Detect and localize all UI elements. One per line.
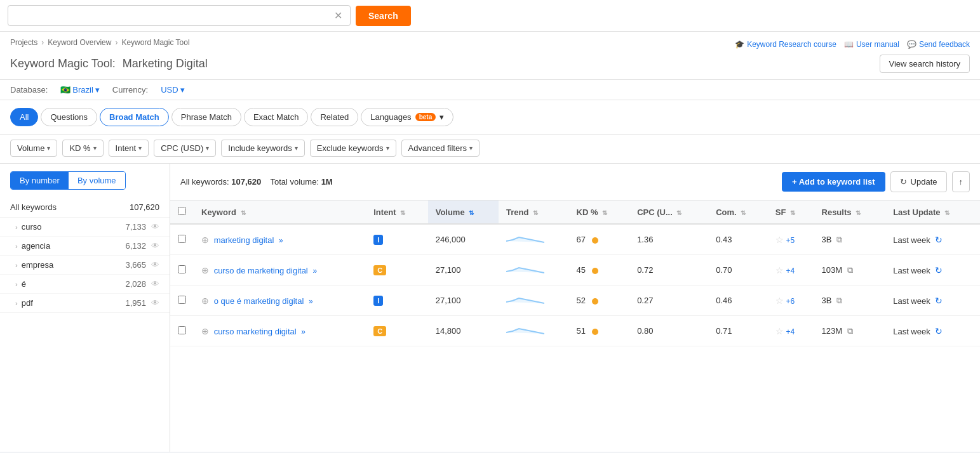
expand-icon: › [15,299,18,307]
tab-broad-match[interactable]: Broad Match [100,108,169,126]
eye-icon[interactable]: 👁 [151,241,159,251]
snippet-icon[interactable]: ⧉ [836,235,842,244]
update-button[interactable]: ↻ Update [890,171,947,192]
row-checkbox-cell [170,316,194,346]
star-icon[interactable]: ☆ [775,265,784,275]
th-last-update[interactable]: Last Update ⇅ [885,200,980,224]
refresh-icon[interactable]: ↻ [935,265,943,275]
include-keywords-filter[interactable]: Include keywords ▾ [221,140,304,157]
cpc-filter[interactable]: CPC (USD) ▾ [154,140,216,157]
breadcrumb-keyword-overview[interactable]: Keyword Overview [48,38,111,47]
advanced-filters[interactable]: Advanced filters ▾ [401,140,480,157]
star-icon[interactable]: ☆ [775,326,784,336]
refresh-icon[interactable]: ↻ [935,235,943,245]
sidebar-all-keywords-row: All keywords 107,620 [0,197,170,218]
tab-languages[interactable]: Languages beta ▾ [361,108,453,126]
keyword-link[interactable]: marketing digital [214,235,274,245]
keyword-research-course-link[interactable]: 🎓 Keyword Research course [735,40,836,49]
th-kd[interactable]: KD % ⇅ [569,200,630,224]
tab-all[interactable]: All [10,108,38,126]
clear-icon[interactable]: ✕ [334,10,342,22]
tab-exact-match[interactable]: Exact Match [244,108,309,126]
sidebar-all-keywords-label: All keywords [10,202,57,212]
export-button[interactable]: ↑ [952,171,970,192]
row-checkbox[interactable] [178,265,186,273]
row-checkbox[interactable] [178,235,186,243]
keyword-link[interactable]: curso marketing digital [214,327,297,336]
database-dropdown[interactable]: 🇧🇷 Brazil ▾ [60,85,100,95]
exclude-keywords-filter[interactable]: Exclude keywords ▾ [310,140,396,157]
arrow-icon[interactable]: » [312,266,317,275]
trend-sparkline [506,322,544,338]
th-cpc[interactable]: CPC (U... ⇅ [629,200,708,224]
sidebar-item-agencia[interactable]: › agencia 6,132 👁 [0,237,170,256]
snippet-icon[interactable]: ⧉ [847,265,853,275]
th-trend[interactable]: Trend ⇅ [499,200,569,224]
sidebar-item-e[interactable]: › é 2,028 👁 [0,275,170,294]
row-keyword: ⊕ curso de marketing digital » [194,255,366,286]
search-button[interactable]: Search [356,6,411,26]
refresh-icon[interactable]: ↻ [935,326,943,336]
breadcrumb-projects[interactable]: Projects [10,38,37,47]
snippet-icon[interactable]: ⧉ [836,296,842,305]
sf-count: +5 [786,236,795,245]
eye-icon[interactable]: 👁 [151,298,159,308]
row-intent: C [366,255,427,286]
trend-sparkline [506,292,544,307]
th-volume[interactable]: Volume ⇅ [428,200,499,224]
th-intent[interactable]: Intent ⇅ [366,200,427,224]
keyword-sort-icon: ⇅ [241,209,246,216]
row-results: 123M ⧉ [814,316,886,346]
tab-phrase-match[interactable]: Phrase Match [171,108,241,126]
tab-related[interactable]: Related [311,108,358,126]
row-checkbox[interactable] [178,296,186,304]
add-to-keyword-list-button[interactable]: + Add to keyword list [782,172,885,192]
by-volume-button[interactable]: By volume [69,172,125,189]
th-com[interactable]: Com. ⇅ [708,200,768,224]
th-sf[interactable]: SF ⇅ [768,200,814,224]
row-trend [499,316,569,346]
intent-badge: C [373,265,386,275]
eye-icon[interactable]: 👁 [151,260,159,270]
star-icon[interactable]: ☆ [775,296,784,306]
arrow-icon[interactable]: » [301,327,305,336]
sidebar-item-empresa[interactable]: › empresa 3,665 👁 [0,256,170,275]
sidebar-item-label: é [22,279,26,289]
by-number-button[interactable]: By number [11,172,69,189]
results-actions: + Add to keyword list ↻ Update ↑ [782,171,970,192]
row-results: 3B ⧉ [814,286,886,316]
user-manual-link[interactable]: 📖 User manual [844,40,899,49]
keyword-link[interactable]: curso de marketing digital [214,266,308,275]
plus-circle-icon: ⊕ [201,326,209,336]
sidebar-item-pdf[interactable]: › pdf 1,951 👁 [0,294,170,313]
sidebar-item-count: 7,133 [125,222,146,232]
eye-icon[interactable]: 👁 [151,279,159,289]
th-keyword[interactable]: Keyword ⇅ [194,200,366,224]
sort-btn-group: By number By volume [10,171,126,190]
row-com: 0.46 [708,286,768,316]
keyword-link[interactable]: o que é marketing digital [214,296,304,306]
th-results[interactable]: Results ⇅ [814,200,886,224]
arrow-icon[interactable]: » [279,236,283,245]
arrow-icon[interactable]: » [309,297,313,306]
star-icon[interactable]: ☆ [775,235,784,245]
volume-filter[interactable]: Volume ▾ [10,140,57,157]
header-title-row: Keyword Magic Tool: Marketing Digital Vi… [10,55,970,73]
plus-circle-icon: ⊕ [201,235,209,245]
select-all-checkbox[interactable] [178,207,186,215]
currency-dropdown[interactable]: USD ▾ [161,85,184,95]
kd-filter[interactable]: KD % ▾ [62,140,103,157]
view-search-history-button[interactable]: View search history [880,55,970,73]
search-input[interactable]: Marketing Digital [15,11,334,21]
tab-questions[interactable]: Questions [41,108,97,126]
eye-icon[interactable]: 👁 [151,222,159,232]
row-cpc: 1.36 [629,224,708,255]
sidebar-item-curso[interactable]: › curso 7,133 👁 [0,218,170,237]
results-header: All keywords: 107,620 Total volume: 1M +… [170,164,980,200]
refresh-icon[interactable]: ↻ [935,296,943,306]
send-feedback-link[interactable]: 💬 Send feedback [907,40,970,49]
snippet-icon[interactable]: ⧉ [847,326,853,336]
row-checkbox[interactable] [178,326,186,334]
intent-filter[interactable]: Intent ▾ [109,140,149,157]
row-intent: I [366,286,427,316]
